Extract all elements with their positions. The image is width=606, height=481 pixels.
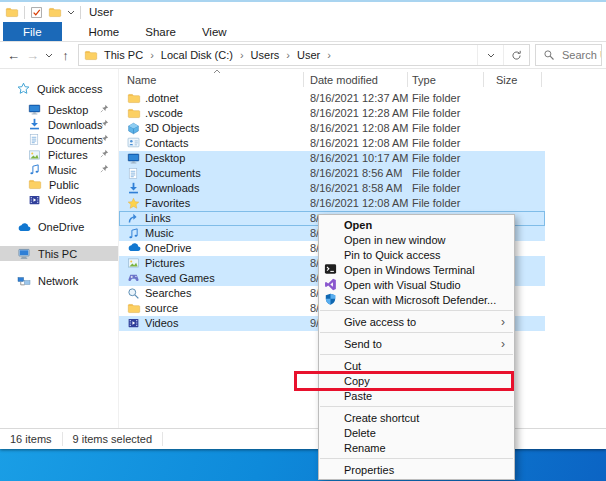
pin-icon	[100, 134, 109, 143]
forward-button[interactable]: →	[23, 48, 42, 63]
file-name: Links	[145, 212, 171, 224]
back-button[interactable]: ←	[4, 48, 23, 63]
file-row-downloads[interactable]: Downloads8/16/2021 8:58 AMFile folder	[119, 181, 545, 196]
menu-item-label: Paste	[344, 390, 372, 402]
sidebar-item-videos[interactable]: Videos	[0, 192, 118, 207]
file-type: File folder	[412, 182, 460, 194]
menu-item-open-in-windows-terminal[interactable]: Open in Windows Terminal	[319, 262, 514, 277]
column-separator[interactable]	[407, 72, 408, 87]
breadcrumb-chevron-icon[interactable]: ›	[286, 49, 290, 61]
controller-icon	[127, 272, 140, 283]
submenu-chevron-icon: ›	[501, 337, 505, 351]
new-folder-icon[interactable]	[48, 6, 62, 19]
folder-icon	[127, 302, 141, 315]
menu-item-send-to[interactable]: Send to›	[319, 336, 514, 351]
sidebar-item-desktop[interactable]: Desktop	[0, 102, 118, 117]
breadcrumb-segment-local-disk-c[interactable]: Local Disk (C:)	[161, 49, 233, 61]
menu-item-properties[interactable]: Properties	[319, 462, 514, 477]
sidebar-item-public[interactable]: Public	[0, 177, 118, 192]
terminal-icon	[324, 263, 337, 275]
column-separator[interactable]	[541, 72, 542, 87]
up-button[interactable]: ↑	[56, 48, 75, 63]
window-title: User	[89, 6, 113, 18]
menu-item-open-in-new-window[interactable]: Open in new window	[319, 232, 514, 247]
breadcrumb-segment-user[interactable]: User	[297, 49, 320, 61]
menu-item-rename[interactable]: Rename	[319, 440, 514, 455]
tab-share[interactable]: Share	[132, 22, 189, 41]
tab-home[interactable]: Home	[76, 22, 133, 41]
address-dropdown-icon[interactable]	[477, 45, 503, 65]
refresh-icon[interactable]	[503, 45, 529, 65]
column-header-size[interactable]: Size	[496, 74, 517, 86]
menu-item-scan-with-microsoft-defender[interactable]: Scan with Microsoft Defender...	[319, 292, 514, 307]
menu-item-label: Scan with Microsoft Defender...	[344, 294, 496, 306]
file-date-modified: 8/16/2021 8:58 AM	[310, 182, 402, 194]
file-row-documents[interactable]: Documents8/16/2021 8:56 AMFile folder	[119, 166, 545, 181]
column-separator[interactable]	[483, 72, 484, 87]
tab-view[interactable]: View	[189, 22, 240, 41]
search-placeholder: Search Us	[562, 49, 602, 61]
file-row-desktop[interactable]: Desktop8/16/2021 10:17 AMFile folder	[119, 151, 545, 166]
file-row-vscode[interactable]: .vscode8/16/2021 12:28 AMFile folder	[119, 106, 545, 121]
file-row-contacts[interactable]: Contacts8/16/2021 12:08 AMFile folder	[119, 136, 545, 151]
breadcrumb-chevron-icon[interactable]: ›	[150, 49, 154, 61]
navigation-pane: Quick accessDesktopDownloadsDocumentsPic…	[0, 69, 118, 428]
menu-item-copy[interactable]: Copy	[319, 373, 514, 388]
sidebar-item-pictures[interactable]: Pictures	[0, 147, 118, 162]
menu-item-give-access-to[interactable]: Give access to›	[319, 314, 514, 329]
sidebar-item-label: Videos	[48, 194, 81, 206]
file-name: source	[145, 302, 178, 314]
submenu-chevron-icon: ›	[501, 315, 505, 329]
sidebar-item-onedrive[interactable]: OneDrive	[0, 219, 118, 234]
file-type: File folder	[412, 167, 460, 179]
menu-separator	[320, 406, 513, 407]
column-header-type[interactable]: Type	[412, 74, 436, 86]
address-bar: ← → ↑ This PC›Local Disk (C:)›Users›User…	[0, 42, 606, 69]
sidebar-item-quick-access[interactable]: Quick access	[0, 81, 118, 96]
file-row-3d-objects[interactable]: 3D Objects8/16/2021 12:08 AMFile folder	[119, 121, 545, 136]
breadcrumb-segment-users[interactable]: Users	[251, 49, 280, 61]
column-header-name[interactable]: Name	[127, 74, 156, 86]
menu-item-create-shortcut[interactable]: Create shortcut	[319, 410, 514, 425]
status-bar: 16 items 9 items selected	[0, 428, 606, 449]
file-type: File folder	[412, 107, 460, 119]
menu-separator	[320, 310, 513, 311]
menu-separator	[320, 332, 513, 333]
sidebar-item-this-pc[interactable]: This PC	[0, 246, 118, 261]
address-box[interactable]: This PC›Local Disk (C:)›Users›User›	[78, 44, 530, 66]
pin-icon	[100, 149, 109, 158]
menu-item-label: Send to	[344, 338, 382, 350]
menu-item-delete[interactable]: Delete	[319, 425, 514, 440]
file-type: File folder	[412, 152, 460, 164]
menu-item-label: Give access to	[344, 316, 416, 328]
sidebar-item-network[interactable]: Network	[0, 273, 118, 288]
properties-check-icon[interactable]	[30, 6, 43, 19]
breadcrumb-segment-this-pc[interactable]: This PC	[104, 49, 143, 61]
menu-item-open[interactable]: Open	[319, 217, 514, 232]
tab-file[interactable]: File	[3, 22, 62, 41]
status-selection-count: 9 items selected	[63, 432, 163, 446]
file-row-favorites[interactable]: Favorites8/16/2021 12:08 AMFile folder	[119, 196, 545, 211]
menu-item-label: Open in Windows Terminal	[344, 264, 475, 276]
sidebar-item-music[interactable]: Music	[0, 162, 118, 177]
magnifier-icon	[127, 287, 140, 300]
file-date-modified: 8/16/2021 10:17 AM	[310, 152, 408, 164]
menu-item-pin-to-quick-access[interactable]: Pin to Quick access	[319, 247, 514, 262]
column-header-date-modified[interactable]: Date modified	[310, 74, 378, 86]
search-input[interactable]: Search Us	[535, 44, 602, 66]
recent-locations-icon[interactable]	[42, 53, 56, 58]
menu-item-cut[interactable]: Cut	[319, 358, 514, 373]
column-separator[interactable]	[303, 72, 304, 87]
menu-item-open-with-visual-studio[interactable]: Open with Visual Studio	[319, 277, 514, 292]
file-name: Contacts	[145, 137, 188, 149]
file-date-modified: 8/16/2021 8:56 AM	[310, 167, 402, 179]
menu-item-label: Pin to Quick access	[344, 249, 441, 261]
sidebar-item-documents[interactable]: Documents	[0, 132, 118, 147]
sidebar-item-downloads[interactable]: Downloads	[0, 117, 118, 132]
customize-dropdown-icon[interactable]	[67, 10, 75, 15]
breadcrumb-chevron-icon[interactable]: ›	[240, 49, 244, 61]
breadcrumb-chevron-icon[interactable]: ›	[327, 49, 331, 61]
menu-item-paste[interactable]: Paste	[319, 388, 514, 403]
file-row-dotnet[interactable]: .dotnet8/16/2021 12:37 AMFile folder	[119, 91, 545, 106]
folder-icon	[127, 92, 141, 105]
